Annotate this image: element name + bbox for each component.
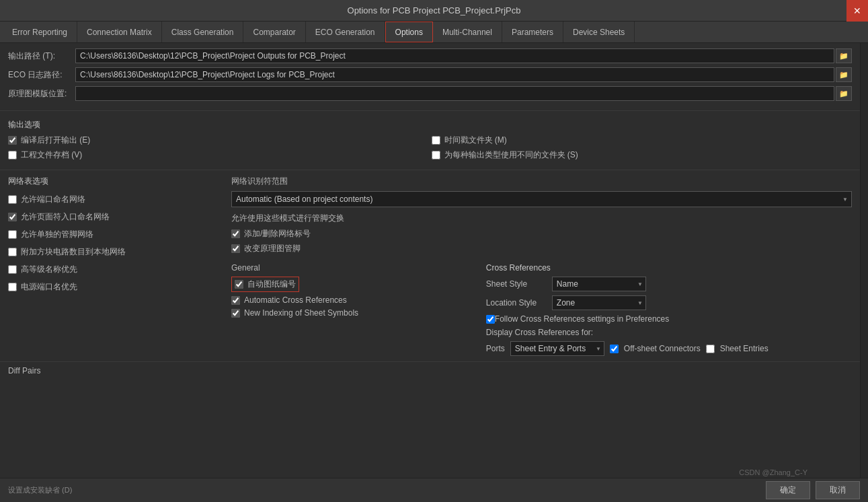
close-button[interactable]: ✕ bbox=[846, 0, 868, 22]
allow-pin-swap-title: 允许使用这些模式进行管脚交换 bbox=[231, 213, 852, 224]
path-section: 输出路径 (T): 📁 ECO 日志路径: 📁 原理图模版位置: 📁 bbox=[0, 43, 860, 111]
power-port-priority-row: 电源端口名优先 bbox=[8, 281, 223, 293]
schematic-template-input[interactable] bbox=[75, 86, 834, 101]
network-id-dropdown[interactable]: Automatic (Based on project contents) Gl… bbox=[231, 191, 852, 207]
automatic-cross-refs-label: Automatic Cross References bbox=[244, 295, 347, 305]
output-path-input[interactable] bbox=[75, 48, 834, 63]
sheet-style-select[interactable]: Name Number Path bbox=[552, 277, 646, 291]
add-delete-net-labels-label: 添加/删除网络标号 bbox=[244, 228, 311, 240]
confirm-button[interactable]: 确定 bbox=[766, 481, 810, 499]
tab-parameters[interactable]: Parameters bbox=[502, 22, 563, 42]
allow-single-pin-checkbox[interactable] bbox=[8, 230, 17, 239]
ports-select[interactable]: Sheet Entry & Ports Ports Only Sheet Ent… bbox=[510, 341, 604, 356]
power-port-priority-checkbox[interactable] bbox=[8, 283, 17, 291]
sheet-entries-checkbox[interactable] bbox=[706, 345, 715, 353]
automatic-cross-refs-checkbox[interactable] bbox=[231, 296, 240, 305]
output-options-section: 输出选项 编译后打开输出 (E) 工程文件存档 (V) bbox=[0, 111, 860, 170]
ports-select-wrapper: Sheet Entry & Ports Ports Only Sheet Ent… bbox=[510, 341, 604, 356]
tab-class-generation[interactable]: Class Generation bbox=[162, 22, 244, 42]
diff-pairs-section: Diff Pairs bbox=[0, 361, 860, 380]
follow-cross-refs-row: Follow Cross References settings in Pref… bbox=[486, 314, 852, 324]
eco-log-path-browse-button[interactable]: 📁 bbox=[836, 67, 852, 82]
network-id-title: 网络识别符范围 bbox=[231, 176, 852, 187]
tab-comparator[interactable]: Comparator bbox=[243, 22, 305, 42]
location-style-select-wrapper: Zone Coordinates None bbox=[552, 295, 646, 310]
sheet-entries-label: Sheet Entries bbox=[720, 344, 768, 353]
high-level-name-row: 高等级名称优先 bbox=[8, 264, 223, 275]
auto-sheet-numbering-row: 自动图纸编号 bbox=[231, 277, 475, 292]
allow-page-entry-naming-checkbox[interactable] bbox=[8, 213, 17, 221]
project-file-archive-checkbox[interactable] bbox=[8, 151, 17, 159]
general-section: General 自动图纸编号 Automatic Cross Reference… bbox=[231, 263, 475, 356]
auto-sheet-numbering-highlight: 自动图纸编号 bbox=[231, 277, 299, 292]
allow-pin-naming-checkbox[interactable] bbox=[8, 195, 17, 204]
sheet-style-select-wrapper: Name Number Path bbox=[552, 277, 646, 291]
bottom-bar: 设置成安装缺省 (D) 确定 取消 bbox=[0, 478, 868, 502]
timestamp-folder-label: 时间戳文件夹 (M) bbox=[444, 135, 507, 146]
project-file-archive-label: 工程文件存档 (V) bbox=[21, 149, 82, 161]
automatic-cross-refs-row: Automatic Cross References bbox=[231, 295, 475, 305]
auto-sheet-numbering-checkbox[interactable] bbox=[235, 280, 243, 289]
open-output-row: 编译后打开输出 (E) bbox=[8, 135, 429, 146]
network-id-section: 网络识别符范围 Automatic (Based on project cont… bbox=[231, 176, 852, 207]
eco-log-path-label: ECO 日志路径: bbox=[8, 69, 75, 81]
follow-cross-refs-checkbox[interactable] bbox=[486, 315, 495, 324]
tab-eco-generation[interactable]: ECO Generation bbox=[306, 22, 385, 42]
dialog-title: Options for PCB Project PCB_Project.PrjP… bbox=[348, 5, 521, 15]
different-folders-row: 为每种输出类型使用不同的文件夹 (S) bbox=[432, 149, 853, 161]
eco-log-path-row: ECO 日志路径: 📁 bbox=[8, 67, 852, 82]
ports-label: Ports bbox=[486, 344, 505, 353]
different-folders-label: 为每种输出类型使用不同的文件夹 (S) bbox=[444, 149, 578, 161]
allow-pin-naming-label: 允许端口命名网络 bbox=[21, 194, 85, 205]
location-style-label: Location Style bbox=[486, 298, 547, 308]
cancel-button[interactable]: 取消 bbox=[816, 481, 860, 499]
allow-page-entry-naming-label: 允许页面符入口命名网络 bbox=[21, 211, 110, 223]
right-panel: 网络识别符范围 Automatic (Based on project cont… bbox=[231, 176, 852, 356]
sheet-style-row: Sheet Style Name Number Path bbox=[486, 277, 852, 291]
tab-error-reporting[interactable]: Error Reporting bbox=[3, 22, 77, 42]
output-path-label: 输出路径 (T): bbox=[8, 50, 75, 62]
scrollable-area[interactable]: 输出路径 (T): 📁 ECO 日志路径: 📁 原理图模版位置: 📁 输出选项 bbox=[0, 43, 860, 478]
general-title: General bbox=[231, 263, 475, 273]
change-schematic-pins-checkbox[interactable] bbox=[231, 244, 240, 253]
bottom-left: 设置成安装缺省 (D) bbox=[8, 485, 72, 495]
allow-pin-swap-section: 允许使用这些模式进行管脚交换 添加/删除网络标号 改变原理图管脚 bbox=[231, 213, 852, 258]
allow-page-entry-naming-row: 允许页面符入口命名网络 bbox=[8, 211, 223, 223]
project-file-archive-row: 工程文件存档 (V) bbox=[8, 149, 429, 161]
follow-cross-refs-label: Follow Cross References settings in Pref… bbox=[495, 314, 669, 324]
new-indexing-checkbox[interactable] bbox=[231, 309, 240, 318]
schematic-template-label: 原理图模版位置: bbox=[8, 88, 75, 100]
timestamp-folder-row: 时间戳文件夹 (M) bbox=[432, 135, 853, 146]
open-output-checkbox[interactable] bbox=[8, 136, 17, 145]
main-content: 输出路径 (T): 📁 ECO 日志路径: 📁 原理图模版位置: 📁 输出选项 bbox=[0, 43, 868, 502]
location-style-select[interactable]: Zone Coordinates None bbox=[552, 295, 646, 310]
attach-block-checkbox[interactable] bbox=[8, 248, 17, 256]
off-sheet-connectors-checkbox[interactable] bbox=[610, 345, 619, 353]
add-delete-net-labels-row: 添加/删除网络标号 bbox=[231, 228, 852, 240]
sheet-style-label: Sheet Style bbox=[486, 279, 547, 289]
eco-log-path-input[interactable] bbox=[75, 67, 834, 82]
different-folders-checkbox[interactable] bbox=[432, 151, 440, 159]
scrollbar[interactable] bbox=[860, 43, 868, 478]
network-id-dropdown-wrapper: Automatic (Based on project contents) Gl… bbox=[231, 191, 852, 207]
timestamp-folder-checkbox[interactable] bbox=[432, 136, 440, 145]
allow-pin-naming-row: 允许端口命名网络 bbox=[8, 194, 223, 205]
output-path-browse-button[interactable]: 📁 bbox=[836, 48, 852, 63]
tab-multi-channel[interactable]: Multi-Channel bbox=[433, 22, 502, 42]
tab-options[interactable]: Options bbox=[385, 22, 433, 42]
attach-block-label: 附加方块电路数目到本地网络 bbox=[21, 246, 126, 258]
tab-connection-matrix[interactable]: Connection Matrix bbox=[77, 22, 162, 42]
add-delete-net-labels-checkbox[interactable] bbox=[231, 229, 240, 238]
tab-device-sheets[interactable]: Device Sheets bbox=[563, 22, 635, 42]
mid-container: 网络表选项 允许端口命名网络 允许页面符入口命名网络 允许单独的管脚网络 bbox=[0, 170, 860, 361]
high-level-name-label: 高等级名称优先 bbox=[21, 264, 77, 275]
schematic-template-browse-button[interactable]: 📁 bbox=[836, 86, 852, 101]
bottom-right: 确定 取消 bbox=[766, 481, 860, 499]
cross-references-section: Cross References Sheet Style Name Number… bbox=[486, 263, 852, 356]
allow-single-pin-label: 允许单独的管脚网络 bbox=[21, 229, 93, 240]
high-level-name-checkbox[interactable] bbox=[8, 265, 17, 274]
new-indexing-label: New Indexing of Sheet Symbols bbox=[244, 308, 358, 318]
display-cross-refs-title: Display Cross References for: bbox=[486, 328, 852, 337]
schematic-template-row: 原理图模版位置: 📁 bbox=[8, 86, 852, 101]
change-schematic-pins-label: 改变原理图管脚 bbox=[244, 243, 301, 254]
